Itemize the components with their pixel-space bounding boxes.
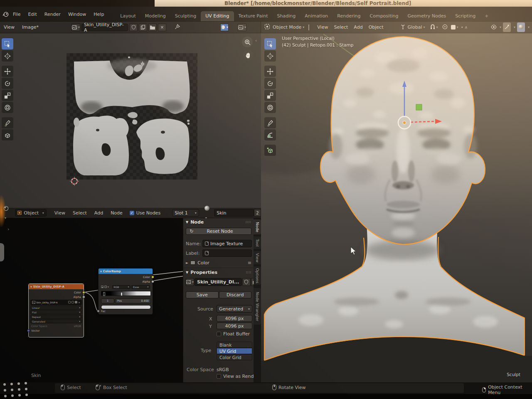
props-image-icon[interactable]: ▾ [186,278,194,286]
ramp-remove-stop-button[interactable]: − [104,286,107,288]
ramp-stop-0[interactable] [103,292,105,296]
orientation-dropdown[interactable]: Global [407,25,422,30]
show-gizmo-icon[interactable] [503,22,511,32]
sidebar-tab-node-wrangler[interactable]: Node Wrangler [254,288,261,325]
view-as-render-checkbox[interactable] [217,374,221,379]
vp-menu-add[interactable]: Add [351,25,365,30]
uv-tool-select-box[interactable] [2,38,13,49]
editor-type-icon[interactable] [264,23,270,31]
props-shield-icon[interactable] [242,278,251,286]
show-overlays-icon[interactable] [491,23,497,31]
node-toolbar-expand-arrow[interactable]: › [7,227,9,232]
ramp-color-output[interactable]: Color [99,275,153,279]
type-option-blank[interactable]: Blank [217,342,252,348]
uv-tool-sample[interactable] [2,129,13,140]
ramp-active-index[interactable]: 1 [101,298,114,303]
tab-texture-paint[interactable]: Texture Paint [234,11,273,21]
tab-uv-editing[interactable]: UV Editing [201,11,234,21]
source-dropdown[interactable]: Generated▾ [217,305,252,313]
tab-shading[interactable]: Shading [273,11,300,21]
open-image-folder-icon[interactable] [148,24,157,31]
node-panel-header[interactable]: ▼Node∷∷ [183,218,254,226]
colorramp-node[interactable]: ▼ColorRamp Color Alpha + − ▾ RGB▾ Ease▾ … [98,268,153,315]
reset-node-button[interactable]: ↻ Reset Node [186,228,251,235]
new-image-icon[interactable] [139,24,147,31]
vp-tool-cursor[interactable] [264,50,276,62]
vp-tool-add-cube[interactable] [264,145,276,156]
vp-menu-object[interactable]: Object [366,25,387,30]
image-display-mode-icon[interactable]: ▾ [238,24,246,31]
image-node-alpha-output[interactable]: Alpha [29,295,84,299]
shading-mode-solid-icon[interactable] [517,22,525,32]
display-channels-icon[interactable]: ▾ [220,24,229,31]
image-datablock-icon[interactable]: ▾ [71,24,80,31]
tab-scripting[interactable]: Scripting [451,11,480,21]
proportional-editing-icon[interactable] [442,23,448,31]
sidebar-tab-options[interactable]: Options [254,266,261,285]
uv-tool-scale[interactable] [2,90,13,101]
image-node-color-output[interactable]: Color [29,290,84,295]
pin-icon[interactable] [175,23,180,31]
node-menu-select[interactable]: Select [69,210,91,216]
pan-hand-button[interactable] [243,50,254,61]
image-node-projection[interactable]: Flat▾ [30,310,82,314]
menu-file[interactable]: File [10,11,24,18]
ramp-mode-dropdown[interactable]: RGB▾ [112,285,131,289]
ramp-pos-slider[interactable]: Pos0.400 [115,298,151,303]
size-x-value[interactable]: 4096 px [217,315,252,322]
image-node-interpolation[interactable]: Linear▾ [30,305,82,310]
image-node-source[interactable]: Generated▾ [30,319,82,323]
ramp-stop-1[interactable] [121,292,123,296]
sidebar-tab-tool[interactable]: Tool [254,236,261,249]
node-name-field[interactable]: Image Texture [202,240,252,247]
mode-dropdown[interactable]: Object Mode [273,25,301,30]
material-slot-selector[interactable]: Slot 1▾ [172,209,199,217]
add-workspace-button[interactable]: + [480,11,493,21]
uv-tool-transform[interactable] [2,102,13,113]
menu-window[interactable]: Window [65,11,89,18]
sidebar-tab-view[interactable]: View [254,251,261,264]
fake-user-shield-icon[interactable] [129,24,138,31]
vp-menu-select[interactable]: Select [331,25,351,30]
vp-tool-select-box[interactable] [264,38,276,49]
image-node-extension[interactable]: Repeat▾ [30,315,82,319]
tab-rendering[interactable]: Rendering [332,11,365,21]
uv-tool-cursor[interactable] [2,50,13,62]
vp-tool-measure[interactable] [264,129,276,140]
uv-tool-annotate[interactable] [2,117,13,128]
node-menu-node[interactable]: Node [107,210,126,216]
node-menu-add[interactable]: Add [91,210,107,216]
blender-logo-icon[interactable] [2,11,9,17]
discard-image-button[interactable]: Discard [219,291,252,298]
size-y-value[interactable]: 4096 px [217,323,252,329]
uv-menu-view[interactable]: View [0,25,18,30]
uv-tool-move[interactable] [2,66,13,77]
tab-compositing[interactable]: Compositing [365,11,403,21]
properties-panel-header[interactable]: ▼Properties∷∷ [183,268,254,276]
uv-menu-image[interactable]: Image* [18,25,42,30]
snapping-icon[interactable] [430,23,435,31]
vp-tool-scale[interactable] [264,90,276,101]
ramp-options-dropdown[interactable]: ▾ [108,286,109,288]
image-node-datablock[interactable]: Skin_Utility_DISP-A × [30,300,82,305]
mode-dropdown-caret[interactable]: ▾ [303,25,304,29]
menu-help[interactable]: Help [90,11,107,18]
uv-tool-rotate[interactable] [2,78,13,89]
colorspace-value[interactable]: sRGB [217,367,229,372]
uv-image-name-field[interactable]: Skin_Utility_DISP-A [81,24,128,31]
vp-tool-move[interactable] [264,66,276,77]
uv-canvas[interactable]: ‹ [0,33,261,208]
transform-orientation-icon[interactable] [400,23,406,31]
use-nodes-checkbox[interactable]: ✓ [130,211,134,215]
tab-sculpting[interactable]: Sculpting [170,11,201,21]
color-section-row[interactable]: ► Color ≡ [186,259,251,266]
type-option-color-grid[interactable]: Color Grid [217,354,252,360]
mode-lock-icon[interactable] [308,25,311,30]
menu-edit[interactable]: Edit [25,11,40,18]
vp-tool-transform[interactable] [264,102,276,113]
vp-tool-annotate[interactable] [264,117,276,128]
uv-region-collapse-arrow[interactable]: ‹ [255,38,257,43]
tab-animation[interactable]: Animation [300,11,332,21]
material-users-count[interactable]: 2 [254,209,261,217]
ramp-alpha-output[interactable]: Alpha [99,279,153,284]
